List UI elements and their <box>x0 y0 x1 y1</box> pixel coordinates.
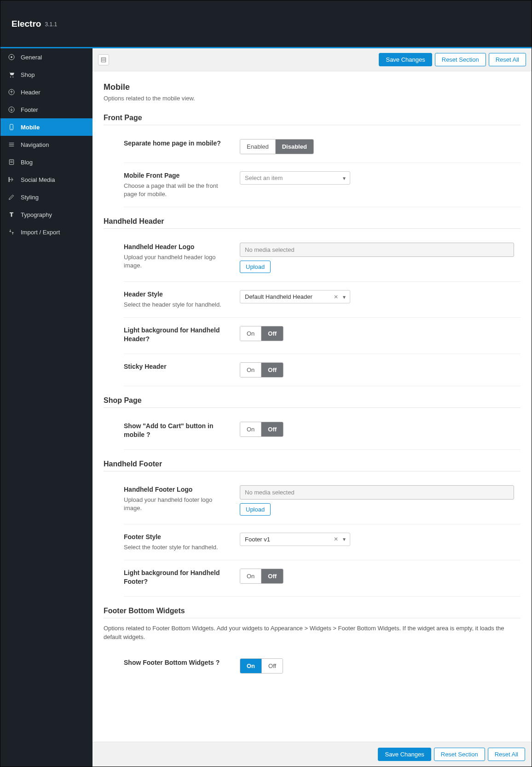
sidebar-item-label: Header <box>21 89 40 96</box>
arrow-down-circle-icon <box>8 106 15 113</box>
sidebar-item-social[interactable]: Social Media <box>0 171 93 188</box>
field-label: Separate home page in mobile? <box>124 139 231 148</box>
save-button[interactable]: Save Changes <box>379 53 432 66</box>
toggle-on[interactable]: On <box>240 326 261 341</box>
field-separate-home: Separate home page in mobile? Enabled Di… <box>124 131 520 163</box>
page-title: Mobile <box>104 82 520 92</box>
field-label: Handheld Footer Logo <box>124 485 231 494</box>
sidebar-item-shop[interactable]: Shop <box>0 66 93 83</box>
select-footer-style[interactable]: Footer v1 ✕ ▼ <box>240 533 350 546</box>
section-heading-shop-page: Shop Page <box>104 396 520 405</box>
field-handheld-header-logo: Handheld Header Logo Upload your handhel… <box>124 234 520 282</box>
reset-section-button[interactable]: Reset Section <box>435 53 486 66</box>
share-icon <box>8 176 15 183</box>
toggle-off[interactable]: Off <box>261 422 283 436</box>
field-header-style: Header Style Select the header style for… <box>124 282 520 318</box>
section-heading-handheld-header: Handheld Header <box>104 217 520 226</box>
field-header-light-bg: Light background for Handheld Header? On… <box>124 318 520 354</box>
field-label: Show "Add to Cart" button in mobile ? <box>124 422 231 439</box>
upload-button[interactable]: Upload <box>240 503 271 516</box>
toggle-enabled[interactable]: Enabled <box>240 139 275 154</box>
target-icon <box>8 53 15 61</box>
toggle-on[interactable]: On <box>240 569 261 583</box>
toggle-on[interactable]: On <box>240 659 261 673</box>
divider <box>104 618 520 618</box>
sidebar-item-header[interactable]: Header <box>0 83 93 101</box>
svg-rect-15 <box>101 58 105 62</box>
toggle-off[interactable]: Off <box>261 659 283 673</box>
section-heading-handheld-footer: Handheld Footer <box>104 460 520 468</box>
field-footer-light-bg: Light background for Handheld Footer? On… <box>124 560 520 597</box>
sidebar-item-import-export[interactable]: Import / Export <box>0 223 93 241</box>
select-header-style[interactable]: Default Handheld Header ✕ ▼ <box>240 290 350 303</box>
reset-all-button[interactable]: Reset All <box>489 53 526 66</box>
toggle-on[interactable]: On <box>240 422 261 436</box>
sidebar-item-label: Shop <box>21 71 35 78</box>
sidebar-item-label: Social Media <box>21 176 55 183</box>
divider <box>104 471 520 471</box>
field-sublabel: Choose a page that will be the front pag… <box>124 182 231 198</box>
sidebar-item-navigation[interactable]: Navigation <box>0 136 93 153</box>
app-title: Electro <box>12 19 41 29</box>
media-input-header-logo[interactable] <box>240 243 514 257</box>
svg-point-3 <box>12 76 13 77</box>
reset-all-button-footer[interactable]: Reset All <box>488 748 525 761</box>
sidebar-item-label: Typography <box>21 211 52 218</box>
field-handheld-footer-logo: Handheld Footer Logo Upload your handhel… <box>124 477 520 524</box>
svg-rect-14 <box>9 177 9 181</box>
svg-rect-11 <box>9 160 13 165</box>
divider <box>104 407 520 408</box>
toggle-off[interactable]: Off <box>261 326 283 341</box>
app-root: Electro 3.1.1 General Shop Header Footer <box>0 0 532 767</box>
field-sublabel: Select the header style for handheld. <box>124 301 231 309</box>
sidebar-item-label: Footer <box>21 106 38 113</box>
sidebar-item-typography[interactable]: Typography <box>0 206 93 223</box>
toggle-footer-light-bg: On Off <box>240 569 283 584</box>
clear-icon[interactable]: ✕ <box>334 294 338 300</box>
arrow-up-circle-icon <box>8 88 15 96</box>
field-label: Sticky Header <box>124 362 231 371</box>
field-footer-style: Footer Style Select the footer style for… <box>124 524 520 560</box>
sidebar-item-mobile[interactable]: Mobile <box>0 118 93 136</box>
toggle-off[interactable]: Off <box>261 569 283 583</box>
toggle-off[interactable]: Off <box>261 363 283 377</box>
import-export-icon <box>8 228 15 236</box>
divider <box>104 228 520 229</box>
sidebar-item-blog[interactable]: Blog <box>0 153 93 171</box>
sidebar-item-general[interactable]: General <box>0 48 93 66</box>
section-note: Options related to Footer Bottom Widgets… <box>104 624 520 642</box>
field-add-to-cart-mobile: Show "Add to Cart" button in mobile ? On… <box>124 413 520 450</box>
sidebar: General Shop Header Footer Mobile Naviga… <box>0 48 93 767</box>
select-mobile-front-page[interactable]: Select an item ▼ <box>240 171 350 185</box>
expand-all-button[interactable] <box>98 54 109 65</box>
svg-point-2 <box>10 76 11 77</box>
app-header: Electro 3.1.1 <box>0 0 532 48</box>
field-show-footer-widgets: Show Footer Bottom Widgets ? On Off <box>124 650 520 682</box>
field-sublabel: Upload your handheld footer logo image. <box>124 496 231 512</box>
upload-button[interactable]: Upload <box>240 261 271 273</box>
reset-section-button-footer[interactable]: Reset Section <box>434 748 485 761</box>
field-sublabel: Select the footer style for handheld. <box>124 543 231 552</box>
field-label: Light background for Handheld Footer? <box>124 569 231 586</box>
field-label: Show Footer Bottom Widgets ? <box>124 658 231 667</box>
menu-icon <box>8 141 15 148</box>
field-label: Mobile Front Page <box>124 171 231 180</box>
field-sublabel: Upload your handheld header logo image. <box>124 253 231 270</box>
field-sticky-header: Sticky Header On Off <box>124 354 520 386</box>
toggle-disabled[interactable]: Disabled <box>275 139 313 154</box>
toggle-on[interactable]: On <box>240 363 261 377</box>
sidebar-item-label: Blog <box>21 159 33 166</box>
sidebar-item-footer[interactable]: Footer <box>0 101 93 118</box>
mobile-icon <box>8 123 15 131</box>
toolbar: Save Changes Reset Section Reset All <box>93 48 532 71</box>
media-input-footer-logo[interactable] <box>240 485 514 500</box>
sidebar-item-label: Styling <box>21 194 39 201</box>
field-label: Light background for Handheld Header? <box>124 326 231 343</box>
save-button-footer[interactable]: Save Changes <box>378 748 431 761</box>
sidebar-item-styling[interactable]: Styling <box>0 188 93 206</box>
toggle-sticky-header: On Off <box>240 362 283 378</box>
svg-point-1 <box>11 57 12 58</box>
main: Save Changes Reset Section Reset All Mob… <box>93 48 532 767</box>
typography-icon <box>8 211 15 218</box>
clear-icon[interactable]: ✕ <box>334 536 338 542</box>
